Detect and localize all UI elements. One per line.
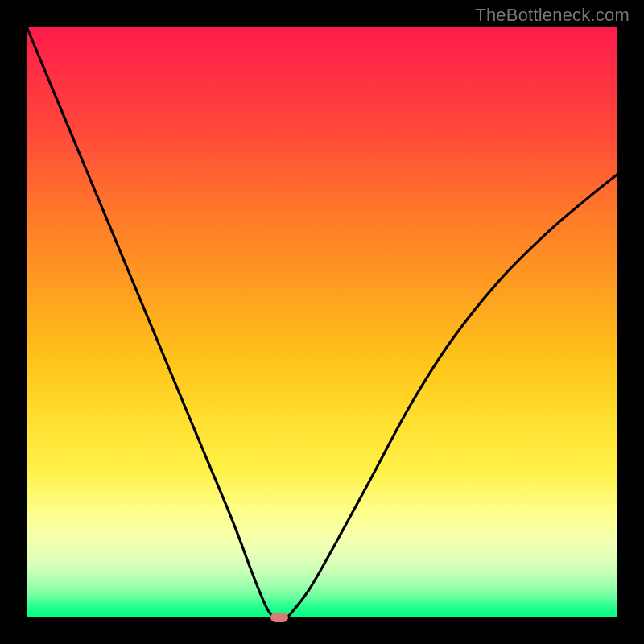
watermark-text: TheBottleneck.com [475, 5, 630, 26]
bottleneck-curve [27, 27, 617, 617]
minimum-marker [270, 613, 288, 622]
plot-area [27, 27, 617, 617]
chart-frame: TheBottleneck.com [0, 0, 644, 644]
